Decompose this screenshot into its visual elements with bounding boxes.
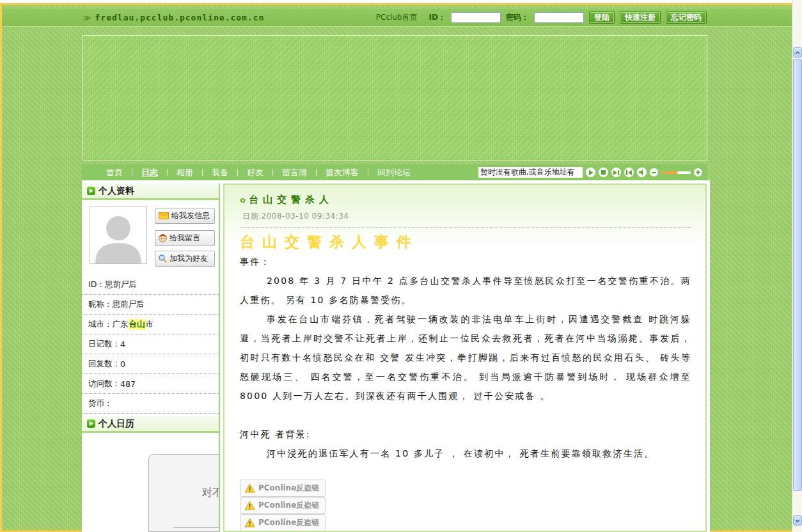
top-bar: ≫ fredlau.pcclub.pconline.com.cn PCclub首… [2, 9, 792, 27]
login-button[interactable]: 登陆 [589, 12, 615, 24]
error-dialog-text: 对不 [201, 485, 220, 500]
music-player: 暂时没有歌曲,或音乐地址有 [478, 167, 707, 178]
volume-slider-fill [661, 171, 678, 174]
nav-separator [167, 169, 168, 176]
field-city: 城市： 广东 台山 市 [82, 315, 219, 334]
tab-gear[interactable]: 装备 [212, 167, 228, 178]
field-value: 487 [120, 379, 136, 389]
error-dialog: 对不 [148, 454, 220, 532]
paragraph-1: 2008 年 3 月 7 日中午 2 点多台山交警杀人事件导至愤怒民众打至一名交… [240, 271, 691, 309]
password-input[interactable] [534, 12, 584, 23]
antileech-badge-1: PConline反盗链 [240, 480, 691, 497]
antileech-badge: PConline反盗链 [240, 497, 326, 514]
main-content-panel: o 台山交警杀人 日期:2008-03-10 09:34:34 台山交警杀人事件… [223, 184, 707, 532]
profile-header-title: 个人资料 [98, 185, 134, 197]
field-label: 货币： [88, 398, 113, 409]
blog-page: ≫ fredlau.pcclub.pconline.com.cn PCclub首… [0, 0, 802, 532]
antileech-label: PConline反盗链 [258, 517, 319, 528]
field-value: 思前尸后 [113, 299, 145, 310]
error-dialog-divider [173, 528, 220, 528]
city-highlight: 台山 [129, 319, 146, 330]
dotted-separator [240, 227, 691, 228]
antileech-badge-2: PConline反盗链 [240, 497, 691, 514]
tab-photographer-blogs[interactable]: 摄友博客 [326, 167, 359, 178]
scroll-up-icon[interactable] [793, 47, 802, 58]
victim-background-label: 河中死 者背景: [240, 425, 691, 444]
forgot-password-button[interactable]: 忘记密码 [666, 12, 707, 24]
nav-separator [132, 169, 132, 176]
antileech-label: PConline反盗链 [258, 500, 319, 511]
add-friend-button[interactable]: 加我为好友 [155, 251, 215, 267]
avatar [90, 207, 147, 264]
nav-bar: 首页 日志 相册 装备 好友 留言簿 摄友博客 回到论坛 暂时没有歌曲,或音乐地… [82, 164, 707, 180]
field-label: 昵称： [88, 299, 113, 310]
post-bullet-icon: o [240, 195, 246, 205]
antileech-badge-3: PConline反盗链 [240, 514, 691, 531]
prev-icon[interactable] [624, 168, 634, 177]
post-body: 事件： 2008 年 3 月 7 日中午 2 点多台山交警杀人事件导至愤怒民众打… [240, 252, 691, 463]
field-value: 0 [120, 359, 125, 369]
antileech-badge: PConline反盗链 [240, 480, 326, 497]
warning-icon [244, 501, 255, 510]
send-message-label: 给我发信息 [171, 210, 210, 221]
field-label: 日记数： [88, 339, 120, 350]
field-nickname: 昵称： 思前尸后 [82, 295, 219, 315]
nav-separator [272, 169, 273, 176]
field-value: 思前尸后 [105, 279, 137, 290]
profile-section-header: 个人资料 [82, 184, 219, 200]
scroll-down-icon[interactable] [793, 515, 802, 526]
magnifier-icon [159, 254, 167, 263]
post-title-row: o 台山交警杀人 [240, 194, 691, 206]
mail-icon [159, 212, 169, 219]
event-label: 事件： [240, 252, 691, 271]
post-title[interactable]: 台山交警杀人 [249, 194, 333, 206]
add-friend-label: 加我为好友 [169, 253, 208, 264]
field-visit-count: 访问数： 487 [82, 374, 219, 394]
warning-icon [244, 483, 255, 493]
nav-separator [237, 169, 238, 176]
nav-separator [316, 169, 317, 176]
stop-icon[interactable] [599, 168, 608, 177]
person-icon [159, 234, 167, 242]
field-value: 广东 [113, 319, 129, 330]
site-url: fredlau.pcclub.pconline.com.cn [95, 13, 265, 22]
field-diary-count: 日记数： 4 [82, 334, 219, 354]
tab-home[interactable]: 首页 [106, 167, 123, 178]
volume-slider[interactable] [661, 171, 691, 174]
antileech-label: PConline反盗链 [258, 483, 319, 494]
leave-comment-button[interactable]: 给我留言 [155, 230, 215, 246]
field-label: ID： [88, 279, 105, 290]
field-currency: 货币： [82, 394, 219, 414]
profile-fields: ID： 思前尸后 昵称： 思前尸后 城市： 广东 台山 市 日记数： 4 回复数… [82, 275, 219, 414]
vertical-scrollbar[interactable] [792, 0, 802, 532]
volume-icon[interactable] [637, 168, 647, 177]
tab-back-to-forum[interactable]: 回到论坛 [377, 167, 411, 178]
field-label: 城市： [88, 319, 113, 330]
green-arrow-icon [87, 187, 95, 195]
calendar-header-title: 个人日历 [98, 418, 134, 430]
send-message-button[interactable]: 给我发信息 [155, 208, 215, 224]
antileech-badge: PConline反盗链 [240, 514, 326, 531]
pcclub-home-link[interactable]: PCclub首页 [376, 12, 418, 23]
nav-separator [368, 169, 368, 176]
play-icon[interactable] [586, 168, 595, 177]
field-reply-count: 回复数： 0 [82, 354, 219, 374]
volume-minus-icon[interactable] [650, 168, 658, 176]
tab-friends[interactable]: 好友 [247, 167, 263, 178]
tab-album[interactable]: 相册 [177, 167, 193, 178]
field-label: 回复数： [88, 359, 120, 370]
login-area: PCclub首页 ID： 密码： 登陆 快速注册 忘记密码 [376, 12, 707, 24]
id-input[interactable] [451, 12, 501, 23]
next-icon[interactable] [611, 168, 621, 177]
scrollbar-thumb[interactable] [793, 59, 802, 491]
tab-guestbook[interactable]: 留言簿 [282, 167, 307, 178]
music-status-text: 暂时没有歌曲,或音乐地址有 [478, 167, 583, 178]
green-arrow-icon [87, 419, 95, 428]
sidebar: 个人资料 给我发信息 给我留言 [82, 184, 220, 532]
tab-blog[interactable]: 日志 [141, 167, 158, 178]
volume-plus-icon[interactable] [694, 168, 702, 176]
nav-separator [202, 169, 203, 176]
register-button[interactable]: 快速注册 [620, 12, 661, 24]
post-date: 日期:2008-03-10 09:34:34 [240, 211, 691, 222]
field-id: ID： 思前尸后 [82, 275, 219, 295]
